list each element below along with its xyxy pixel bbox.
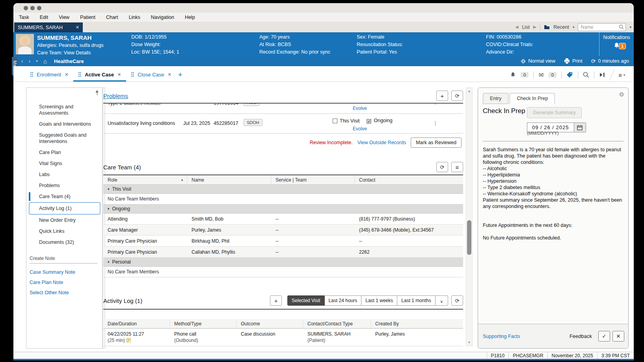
nav-back-icon[interactable]: ‹ — [21, 58, 23, 64]
problems-refresh-button[interactable]: ⟳ — [451, 91, 463, 101]
scrollbar-thumb[interactable] — [467, 220, 471, 255]
problems-add-button[interactable]: + — [436, 91, 448, 101]
nav-forward-icon[interactable]: › — [29, 58, 31, 64]
table-row[interactable]: Primary Care PhysicianBirkhaug MD, Phil-… — [103, 236, 463, 247]
recent-dropdown-icon[interactable]: ▾ — [573, 25, 575, 29]
sidebar-item-activity-log[interactable]: Activity Log (1) — [30, 203, 100, 214]
problem-row-partial[interactable]: Type 2 diabetes mellitus 197761614 HCC E… — [103, 104, 463, 114]
column-name[interactable]: Name — [187, 175, 271, 184]
filter-last-1-weeks[interactable]: Last 1 weeks — [361, 295, 397, 306]
problem-row[interactable]: Unsatisfactory living conditions Jul 23,… — [103, 114, 463, 134]
window-controls[interactable] — [24, 6, 41, 10]
calendar-button[interactable] — [574, 123, 586, 132]
column-method-type[interactable]: Method/Type — [170, 319, 236, 328]
column-contact-type[interactable]: Contact/Contact Type — [303, 319, 371, 328]
tab-close-case[interactable]: Close Case ✕ — [126, 69, 176, 82]
group-this-visit[interactable]: ▾This Visit — [103, 185, 463, 194]
tab-close-icon[interactable]: ✕ — [65, 72, 68, 77]
feedback-approve-button[interactable]: ✓ — [598, 331, 610, 342]
scroll-down-icon[interactable]: ▼ — [466, 341, 472, 344]
activity-add-button[interactable]: + — [270, 295, 282, 306]
tag-icon[interactable] — [566, 72, 573, 78]
scroll-up-icon[interactable]: ▲ — [466, 89, 472, 93]
filter-selected-visit[interactable]: Selected Visit — [287, 295, 325, 306]
normal-view-button[interactable]: Normal view — [521, 58, 555, 64]
kebab-menu-icon[interactable]: ⋮ — [433, 104, 438, 105]
menu-edit[interactable]: Edit — [40, 15, 48, 20]
filter-last-24-hours[interactable]: Last 24 hours — [325, 295, 362, 306]
menu-navigation[interactable]: Navigation — [151, 15, 174, 20]
care-team-list-button[interactable]: ≡ — [451, 162, 463, 172]
sidebar-item-documents[interactable]: Documents (32) — [39, 237, 98, 248]
window-control-dot[interactable] — [37, 6, 41, 10]
menu-chart[interactable]: Chart — [106, 15, 118, 20]
tab-active-case[interactable]: Active Case ✕ — [73, 69, 126, 82]
table-row[interactable]: Care ManagerPurley, James--(345) 678-346… — [103, 225, 463, 236]
group-personal[interactable]: ▾Personal — [103, 258, 463, 267]
list-label[interactable]: List — [522, 24, 529, 30]
menu-task[interactable]: Task — [19, 15, 29, 20]
activity-row[interactable]: 04/22/2025 11:27 (25 min) Phone call (Ou… — [103, 329, 463, 346]
kebab-menu-icon[interactable]: ⋮ — [433, 120, 438, 126]
window-control-dot[interactable] — [24, 6, 28, 10]
mark-as-reviewed-button[interactable]: Mark as Reviewed — [411, 137, 462, 148]
menu-links[interactable]: Links — [129, 15, 140, 20]
nav-dropdown-icon[interactable]: ▾ — [36, 59, 38, 63]
sidebar-item-screenings[interactable]: Screenings and Assessments — [39, 101, 98, 119]
supporting-facts-link[interactable]: Supporting Facts — [483, 334, 520, 339]
sidebar-item-vital-signs[interactable]: Vital Signs — [39, 158, 98, 169]
add-tab-button[interactable]: + — [177, 71, 186, 82]
print-button[interactable]: Print — [564, 58, 583, 64]
column-role[interactable]: Role▲ — [103, 175, 187, 184]
menu-view[interactable]: View — [59, 15, 69, 20]
generate-summary-button[interactable]: Generate Summary — [527, 107, 582, 118]
column-contact[interactable]: Contact — [355, 175, 463, 184]
sidebar-item-labs[interactable]: Labs — [39, 169, 98, 180]
this-visit-checkbox[interactable]: This Visit — [333, 118, 359, 124]
tab-entry[interactable]: Entry — [483, 93, 508, 104]
bell-icon[interactable] — [510, 72, 516, 78]
patient-tab-close-icon[interactable]: ✕ — [76, 25, 79, 30]
menu-patient[interactable]: Patient — [80, 15, 95, 20]
evolve-link[interactable]: Evolve — [353, 126, 367, 132]
table-row[interactable]: AttendingSmith MD, Bob--(816) 777-9797 (… — [103, 213, 463, 225]
list-forward-icon[interactable]: ▶ — [533, 24, 536, 30]
search-dropdown-icon[interactable]: ▾ — [629, 25, 631, 29]
sidebar-item-suggested-goals[interactable]: Suggested Goals and Interventions — [39, 130, 98, 147]
gear-icon[interactable]: ⚙ — [619, 91, 624, 98]
problems-title-link[interactable]: Problems — [103, 93, 128, 99]
tab-enrollment[interactable]: Enrollment ✕ — [25, 69, 73, 82]
sidebar-item-problems[interactable]: Problems — [39, 180, 98, 191]
main-scrollbar[interactable]: ▲ ▼ — [466, 87, 473, 346]
column-outcome[interactable]: Outcome — [236, 319, 303, 328]
evolve-link[interactable]: Evolve — [353, 106, 367, 111]
case-summary-note-link[interactable]: Case Summary Note — [30, 265, 97, 275]
notifications-area[interactable]: Notifications 1 — [599, 32, 634, 56]
group-ongoing[interactable]: ▾Ongoing — [103, 204, 463, 213]
sidebar-item-quick-links[interactable]: Quick Links — [39, 226, 98, 237]
menu-help[interactable]: Help — [185, 15, 195, 20]
filter-last-1-months[interactable]: Last 1 months — [397, 295, 435, 306]
tab-close-icon[interactable]: ✕ — [117, 72, 121, 77]
select-other-note-link[interactable]: Select Other Note — [30, 286, 97, 296]
patient-search-input[interactable]: Name — [578, 23, 626, 31]
refresh-status[interactable]: ⟳ 0 minutes ago — [591, 58, 629, 64]
search-icon[interactable] — [619, 24, 624, 30]
activity-refresh-button[interactable]: ⟳ — [451, 295, 463, 306]
home-icon[interactable]: ⌂ — [43, 58, 47, 65]
sidebar-item-care-team[interactable]: Care Team (4) — [39, 191, 98, 202]
skip-to-icon[interactable] — [599, 72, 605, 78]
table-row[interactable]: Primary Care PhysicianCallahan MD, Phyll… — [103, 247, 463, 258]
search-icon[interactable] — [583, 72, 589, 78]
column-service-team[interactable]: Service | Team — [271, 175, 355, 184]
filter-dropdown-icon[interactable]: ∨ — [436, 295, 448, 306]
tab-check-in-prep[interactable]: Check In Prep — [510, 93, 555, 104]
inbox-icon[interactable]: ✉ — [538, 71, 543, 79]
care-plan-note-link[interactable]: Care Plan Note — [30, 275, 97, 286]
pin-icon[interactable] — [95, 90, 99, 96]
tab-close-icon[interactable]: ✕ — [168, 72, 171, 77]
view-outside-records-link[interactable]: View Outside Records — [357, 140, 406, 145]
sidebar-item-care-plan[interactable]: Care Plan — [39, 147, 98, 158]
note-icon[interactable] — [127, 338, 131, 342]
care-team-refresh-button[interactable]: ⟳ — [436, 162, 448, 172]
